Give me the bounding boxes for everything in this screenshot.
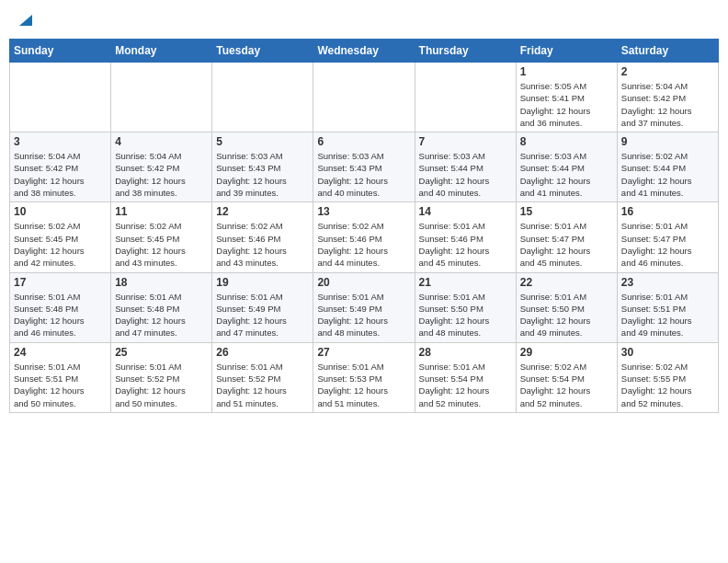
day-number: 9 <box>621 135 714 148</box>
day-number: 26 <box>216 346 309 359</box>
calendar-cell: 3Sunrise: 5:04 AM Sunset: 5:42 PM Daylig… <box>10 132 111 202</box>
calendar-cell: 10Sunrise: 5:02 AM Sunset: 5:45 PM Dayli… <box>10 202 111 272</box>
calendar-cell <box>111 63 212 132</box>
day-number: 1 <box>520 65 613 78</box>
calendar-cell: 5Sunrise: 5:03 AM Sunset: 5:43 PM Daylig… <box>212 132 313 202</box>
day-number: 27 <box>317 346 410 359</box>
calendar-week-3: 10Sunrise: 5:02 AM Sunset: 5:45 PM Dayli… <box>10 202 719 272</box>
day-number: 30 <box>621 346 714 359</box>
calendar-week-2: 3Sunrise: 5:04 AM Sunset: 5:42 PM Daylig… <box>10 132 719 202</box>
day-number: 11 <box>115 205 208 218</box>
calendar-cell <box>313 63 415 132</box>
day-info: Sunrise: 5:04 AM Sunset: 5:42 PM Dayligh… <box>115 150 208 199</box>
day-info: Sunrise: 5:01 AM Sunset: 5:48 PM Dayligh… <box>14 291 107 339</box>
day-number: 28 <box>419 346 512 359</box>
day-info: Sunrise: 5:01 AM Sunset: 5:52 PM Dayligh… <box>115 361 208 409</box>
calendar-cell: 13Sunrise: 5:02 AM Sunset: 5:46 PM Dayli… <box>313 202 415 272</box>
weekday-header-monday: Monday <box>111 40 212 63</box>
calendar-cell: 12Sunrise: 5:02 AM Sunset: 5:46 PM Dayli… <box>212 202 313 272</box>
day-number: 3 <box>14 135 107 148</box>
day-info: Sunrise: 5:02 AM Sunset: 5:46 PM Dayligh… <box>317 220 410 269</box>
day-info: Sunrise: 5:01 AM Sunset: 5:50 PM Dayligh… <box>419 291 512 339</box>
calendar-cell: 29Sunrise: 5:02 AM Sunset: 5:54 PM Dayli… <box>516 342 617 412</box>
calendar-cell: 25Sunrise: 5:01 AM Sunset: 5:52 PM Dayli… <box>111 342 212 412</box>
day-number: 15 <box>520 205 613 218</box>
calendar-cell: 11Sunrise: 5:02 AM Sunset: 5:45 PM Dayli… <box>111 202 212 272</box>
calendar-table: SundayMondayTuesdayWednesdayThursdayFrid… <box>9 39 719 413</box>
calendar-cell: 22Sunrise: 5:01 AM Sunset: 5:50 PM Dayli… <box>516 272 617 342</box>
calendar-cell: 1Sunrise: 5:05 AM Sunset: 5:41 PM Daylig… <box>516 63 617 132</box>
day-number: 14 <box>419 205 512 218</box>
calendar-cell: 21Sunrise: 5:01 AM Sunset: 5:50 PM Dayli… <box>415 272 516 342</box>
day-info: Sunrise: 5:02 AM Sunset: 5:44 PM Dayligh… <box>621 150 714 199</box>
day-number: 20 <box>317 276 410 289</box>
day-info: Sunrise: 5:01 AM Sunset: 5:47 PM Dayligh… <box>621 220 714 269</box>
calendar-cell: 4Sunrise: 5:04 AM Sunset: 5:42 PM Daylig… <box>111 132 212 202</box>
calendar-cell: 23Sunrise: 5:01 AM Sunset: 5:51 PM Dayli… <box>617 272 718 342</box>
day-number: 5 <box>216 135 309 148</box>
calendar-cell: 16Sunrise: 5:01 AM Sunset: 5:47 PM Dayli… <box>617 202 718 272</box>
day-info: Sunrise: 5:01 AM Sunset: 5:47 PM Dayligh… <box>520 220 613 269</box>
day-number: 18 <box>115 276 208 289</box>
day-number: 7 <box>419 135 512 148</box>
calendar-week-5: 24Sunrise: 5:01 AM Sunset: 5:51 PM Dayli… <box>10 342 719 412</box>
weekday-header-wednesday: Wednesday <box>313 40 415 63</box>
calendar-cell: 19Sunrise: 5:01 AM Sunset: 5:49 PM Dayli… <box>212 272 313 342</box>
day-info: Sunrise: 5:04 AM Sunset: 5:42 PM Dayligh… <box>621 80 714 129</box>
calendar-cell <box>212 63 313 132</box>
day-info: Sunrise: 5:01 AM Sunset: 5:52 PM Dayligh… <box>216 361 309 409</box>
day-number: 24 <box>14 346 107 359</box>
calendar-cell: 28Sunrise: 5:01 AM Sunset: 5:54 PM Dayli… <box>415 342 516 412</box>
weekday-header-row: SundayMondayTuesdayWednesdayThursdayFrid… <box>10 40 719 63</box>
weekday-header-sunday: Sunday <box>10 40 111 63</box>
day-info: Sunrise: 5:03 AM Sunset: 5:44 PM Dayligh… <box>419 150 512 199</box>
calendar-cell: 30Sunrise: 5:02 AM Sunset: 5:55 PM Dayli… <box>617 342 718 412</box>
calendar-week-1: 1Sunrise: 5:05 AM Sunset: 5:41 PM Daylig… <box>10 63 719 132</box>
logo-icon <box>16 11 32 28</box>
day-info: Sunrise: 5:01 AM Sunset: 5:49 PM Dayligh… <box>317 291 410 339</box>
page-header <box>9 9 719 31</box>
weekday-header-tuesday: Tuesday <box>212 40 313 63</box>
day-info: Sunrise: 5:01 AM Sunset: 5:53 PM Dayligh… <box>317 361 410 409</box>
day-info: Sunrise: 5:03 AM Sunset: 5:43 PM Dayligh… <box>317 150 410 199</box>
day-info: Sunrise: 5:01 AM Sunset: 5:51 PM Dayligh… <box>14 361 107 409</box>
calendar-week-4: 17Sunrise: 5:01 AM Sunset: 5:48 PM Dayli… <box>10 272 719 342</box>
day-info: Sunrise: 5:02 AM Sunset: 5:55 PM Dayligh… <box>621 361 714 409</box>
day-number: 16 <box>621 205 714 218</box>
calendar-body: 1Sunrise: 5:05 AM Sunset: 5:41 PM Daylig… <box>10 63 719 413</box>
day-number: 10 <box>14 205 107 218</box>
calendar-cell: 24Sunrise: 5:01 AM Sunset: 5:51 PM Dayli… <box>10 342 111 412</box>
day-number: 6 <box>317 135 410 148</box>
day-info: Sunrise: 5:02 AM Sunset: 5:46 PM Dayligh… <box>216 220 309 269</box>
calendar-cell <box>10 63 111 132</box>
calendar-cell: 18Sunrise: 5:01 AM Sunset: 5:48 PM Dayli… <box>111 272 212 342</box>
day-info: Sunrise: 5:02 AM Sunset: 5:54 PM Dayligh… <box>520 361 613 409</box>
day-number: 12 <box>216 205 309 218</box>
day-number: 19 <box>216 276 309 289</box>
calendar-cell: 14Sunrise: 5:01 AM Sunset: 5:46 PM Dayli… <box>415 202 516 272</box>
day-info: Sunrise: 5:01 AM Sunset: 5:51 PM Dayligh… <box>621 291 714 339</box>
calendar-cell: 7Sunrise: 5:03 AM Sunset: 5:44 PM Daylig… <box>415 132 516 202</box>
day-info: Sunrise: 5:01 AM Sunset: 5:50 PM Dayligh… <box>520 291 613 339</box>
calendar-cell: 2Sunrise: 5:04 AM Sunset: 5:42 PM Daylig… <box>617 63 718 132</box>
day-number: 4 <box>115 135 208 148</box>
day-number: 17 <box>14 276 107 289</box>
day-number: 8 <box>520 135 613 148</box>
day-number: 25 <box>115 346 208 359</box>
day-info: Sunrise: 5:03 AM Sunset: 5:44 PM Dayligh… <box>520 150 613 199</box>
day-number: 22 <box>520 276 613 289</box>
day-number: 23 <box>621 276 714 289</box>
day-info: Sunrise: 5:01 AM Sunset: 5:48 PM Dayligh… <box>115 291 208 339</box>
weekday-header-saturday: Saturday <box>617 40 718 63</box>
calendar-cell <box>415 63 516 132</box>
logo <box>15 13 32 28</box>
svg-marker-0 <box>19 15 32 26</box>
calendar-cell: 26Sunrise: 5:01 AM Sunset: 5:52 PM Dayli… <box>212 342 313 412</box>
calendar-header: SundayMondayTuesdayWednesdayThursdayFrid… <box>10 40 719 63</box>
day-number: 29 <box>520 346 613 359</box>
day-number: 21 <box>419 276 512 289</box>
calendar-cell: 9Sunrise: 5:02 AM Sunset: 5:44 PM Daylig… <box>617 132 718 202</box>
calendar-cell: 20Sunrise: 5:01 AM Sunset: 5:49 PM Dayli… <box>313 272 415 342</box>
day-info: Sunrise: 5:05 AM Sunset: 5:41 PM Dayligh… <box>520 80 613 129</box>
calendar-cell: 17Sunrise: 5:01 AM Sunset: 5:48 PM Dayli… <box>10 272 111 342</box>
